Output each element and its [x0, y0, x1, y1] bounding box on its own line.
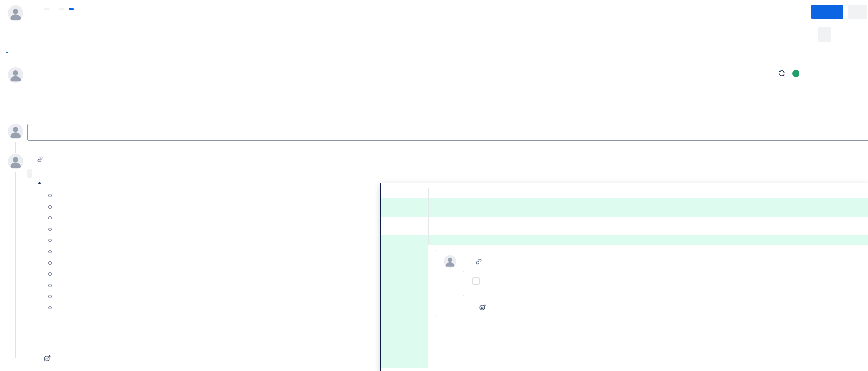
builds-refresh-icon	[778, 69, 786, 77]
diff-row	[381, 217, 868, 226]
diff-gutter-added-strip	[381, 245, 428, 368]
tab-commits[interactable]	[25, 47, 27, 53]
diff-row	[381, 226, 868, 235]
comment-intro	[27, 169, 32, 177]
finding-list-item	[46, 291, 57, 302]
inline-comment-actions	[463, 303, 867, 311]
finding-list-item	[46, 268, 57, 280]
build-status	[778, 69, 799, 77]
inline-add-reaction-icon[interactable]	[479, 303, 487, 311]
diff-row	[381, 198, 868, 208]
inline-comment-card	[436, 250, 868, 317]
finding-detail-box	[463, 271, 868, 296]
pr-status-badge	[69, 8, 74, 10]
comment-thread-line	[15, 172, 16, 358]
pr-author-avatar[interactable]	[8, 5, 23, 21]
findings-list	[46, 190, 57, 314]
start-review-button[interactable]	[818, 27, 831, 42]
finding-more-item	[46, 302, 57, 314]
finding-list-item	[46, 280, 57, 291]
inline-permalink-icon[interactable]	[475, 258, 482, 265]
diff-row	[381, 188, 868, 198]
inline-comment-avatar[interactable]	[444, 255, 456, 268]
file-bullet-row	[38, 182, 45, 184]
finding-list-item	[46, 246, 57, 257]
finding-list-item	[46, 190, 57, 201]
comment-composer-input[interactable]	[27, 124, 868, 141]
finding-list-item	[46, 235, 57, 246]
diff-preview-panel	[380, 183, 868, 371]
permalink-icon[interactable]	[37, 156, 44, 163]
finding-list-item	[46, 201, 57, 213]
tab-diff[interactable]	[16, 47, 17, 53]
comment-actions	[27, 355, 59, 362]
target-branch-lozenge[interactable]	[59, 8, 64, 10]
diff-code-text	[428, 207, 868, 217]
pr-tabs	[6, 47, 37, 53]
source-branch-lozenge[interactable]	[44, 8, 50, 10]
finding-list-item	[46, 257, 57, 269]
diff-rows	[381, 188, 868, 245]
tab-builds[interactable]	[35, 47, 37, 53]
diff-code-text	[428, 226, 868, 235]
inline-comment-header	[444, 255, 867, 268]
creator-avatar[interactable]	[8, 67, 23, 83]
current-user-avatar	[8, 124, 23, 139]
comment-author-avatar[interactable]	[8, 154, 23, 169]
finding-list-item	[46, 224, 57, 235]
rule-chip[interactable]	[27, 169, 32, 178]
diff-code-text	[428, 217, 868, 226]
diff-code-text	[428, 235, 868, 245]
more-actions-button[interactable]	[848, 5, 867, 19]
build-success-icon	[792, 70, 799, 77]
diff-code-text	[428, 188, 868, 198]
tab-overview[interactable]	[6, 47, 8, 53]
diff-row	[381, 207, 868, 217]
bullet-icon	[38, 182, 41, 184]
merge-button[interactable]	[811, 5, 843, 19]
thread-connector-line	[15, 142, 16, 153]
add-reaction-icon[interactable]	[43, 355, 51, 362]
branch-breadcrumb	[44, 8, 74, 10]
diff-code-text	[428, 198, 868, 208]
finding-checkbox[interactable]	[472, 277, 480, 285]
diff-row	[381, 235, 868, 245]
comment-header	[27, 156, 44, 163]
tabs-divider	[0, 58, 868, 58]
finding-list-item	[46, 212, 57, 224]
inline-comment-region	[381, 245, 868, 368]
